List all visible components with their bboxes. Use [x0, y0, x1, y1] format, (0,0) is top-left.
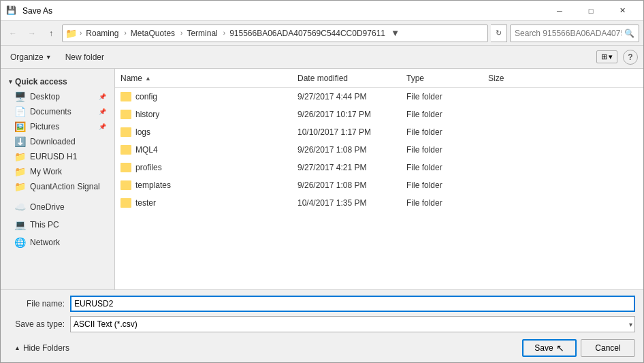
cancel-label: Cancel [595, 343, 620, 353]
sidebar-item-onedrive[interactable]: ☁️ OneDrive [1, 200, 114, 215]
mywork-folder-icon: 📁 [14, 166, 26, 177]
sidebar-item-label-quantaction: QuantAction Signal [30, 182, 100, 191]
thispc-icon: 💻 [14, 219, 26, 230]
folder-icon-logs [120, 127, 131, 137]
table-row[interactable]: templates 9/26/2017 1:08 PM File folder [115, 176, 643, 194]
sidebar-item-mywork[interactable]: 📁 My Work [1, 164, 114, 179]
address-segment-metaquotes: › MetaQuotes [124, 28, 178, 39]
sidebar-item-thispc[interactable]: 💻 This PC [1, 217, 114, 232]
column-size-label: Size [488, 74, 504, 83]
sidebar-item-documents[interactable]: 📄 Documents 📌 [1, 104, 114, 119]
chevron-up-icon: ▲ [14, 345, 20, 351]
sidebar-item-label-mywork: My Work [30, 167, 62, 176]
refresh-button[interactable]: ↻ [491, 25, 507, 42]
file-label-mql4: MQL4 [135, 145, 158, 155]
file-label-templates: templates [135, 180, 171, 190]
help-button[interactable]: ? [623, 50, 638, 65]
quick-access-section[interactable]: ▾ Quick access [1, 72, 114, 89]
quantaction-folder-icon: 📁 [14, 181, 26, 192]
table-row[interactable]: profiles 9/27/2017 4:21 PM File folder [115, 159, 643, 176]
title-bar: 💾 Save As ─ □ ✕ [1, 1, 643, 21]
sidebar-item-eurusd[interactable]: 📁 EURUSD H1 [1, 149, 114, 164]
file-name-mql4: MQL4 [120, 145, 297, 155]
file-date-history: 9/26/2017 10:17 PM [297, 110, 406, 119]
address-dropdown-button[interactable]: ▼ [391, 28, 400, 38]
table-row[interactable]: config 9/27/2017 4:44 PM File folder [115, 88, 643, 106]
new-folder-button[interactable]: New folder [61, 50, 108, 64]
file-label-config: config [135, 92, 157, 101]
search-input[interactable] [515, 29, 622, 38]
column-name[interactable]: Name ▲ [120, 74, 297, 83]
sidebar-item-quantaction[interactable]: 📁 QuantAction Signal [1, 179, 114, 194]
column-type[interactable]: Type [406, 74, 488, 83]
column-type-label: Type [406, 74, 424, 83]
pictures-icon: 🖼️ [14, 121, 26, 132]
secondary-toolbar: Organize ▼ New folder ⊞ ▾ ? [1, 46, 643, 69]
sidebar-item-label-eurusd: EURUSD H1 [30, 152, 77, 161]
folder-icon-mql4 [120, 145, 131, 155]
network-icon: 🌐 [14, 237, 26, 248]
sidebar-item-label-downloaded: Downloaded [30, 137, 76, 146]
sidebar-item-desktop[interactable]: 🖥️ Desktop 📌 [1, 89, 114, 104]
address-segment-roaming: › Roaming [80, 28, 121, 39]
address-terminal[interactable]: Terminal [184, 28, 220, 39]
file-name-logs: logs [120, 127, 297, 137]
organize-chevron-icon: ▼ [46, 54, 52, 61]
sidebar-item-label-thispc: This PC [30, 220, 59, 230]
close-button[interactable]: ✕ [607, 1, 638, 21]
file-name-tester: tester [120, 198, 297, 208]
maximize-button[interactable]: □ [575, 1, 607, 21]
sidebar-item-network[interactable]: 🌐 Network [1, 235, 114, 250]
address-bar[interactable]: 📁 › Roaming › MetaQuotes › Terminal › 91… [62, 25, 488, 42]
table-row[interactable]: history 9/26/2017 10:17 PM File folder [115, 106, 643, 123]
file-label-logs: logs [135, 127, 150, 137]
view-button[interactable]: ⊞ ▾ [596, 50, 617, 63]
network-section: 🌐 Network [1, 235, 114, 250]
column-name-label: Name [120, 74, 142, 83]
save-button[interactable]: Save ↖ [522, 339, 577, 357]
column-size[interactable]: Size [488, 74, 638, 83]
folder-icon-templates [120, 180, 131, 190]
view-arrow-icon: ▾ [609, 52, 613, 61]
view-icon: ⊞ [601, 52, 607, 61]
hide-folders-toggle[interactable]: ▲ Hide Folders [9, 341, 75, 353]
window-icon: 💾 [6, 5, 17, 16]
forward-button[interactable]: → [24, 25, 40, 42]
savetype-select[interactable]: ASCII Text (*.csv) CSV (*.csv) Text (*.t… [70, 316, 635, 332]
file-type-profiles: File folder [406, 163, 488, 172]
cancel-button[interactable]: Cancel [581, 339, 635, 357]
main-content: ▾ Quick access 🖥️ Desktop 📌 📄 Documents … [1, 69, 643, 289]
file-type-history: File folder [406, 110, 488, 119]
sidebar-item-downloaded[interactable]: ⬇️ Downloaded [1, 134, 114, 149]
file-name-history: history [120, 110, 297, 119]
organize-button[interactable]: Organize ▼ [6, 50, 56, 64]
filename-input[interactable] [70, 296, 635, 312]
table-row[interactable]: MQL4 9/26/2017 1:08 PM File folder [115, 141, 643, 159]
sidebar-item-pictures[interactable]: 🖼️ Pictures 📌 [1, 119, 114, 134]
file-list: config 9/27/2017 4:44 PM File folder his… [115, 88, 643, 289]
search-box[interactable]: 🔍 [510, 25, 639, 42]
file-name-profiles: profiles [120, 163, 297, 172]
minimize-button[interactable]: ─ [544, 1, 575, 21]
folder-icon-history [120, 110, 131, 119]
table-row[interactable]: tester 10/4/2017 1:35 PM File folder [115, 194, 643, 212]
up-button[interactable]: ↑ [43, 25, 59, 42]
address-id[interactable]: 915566BA06ADA407569C544CC0D97611 [227, 28, 388, 39]
address-metaquotes[interactable]: MetaQuotes [128, 28, 178, 39]
address-roaming[interactable]: Roaming [83, 28, 121, 39]
desktop-icon: 🖥️ [14, 91, 26, 102]
file-label-profiles: profiles [135, 163, 162, 172]
table-row[interactable]: logs 10/10/2017 1:17 PM File folder [115, 123, 643, 141]
file-type-templates: File folder [406, 180, 488, 190]
sidebar-item-label-pictures: Pictures [30, 122, 59, 131]
pin-icon-pics: 📌 [99, 123, 106, 130]
save-as-dialog: 💾 Save As ─ □ ✕ ← → ↑ 📁 › Roaming › Meta… [0, 0, 644, 363]
folder-icon-tester [120, 198, 131, 208]
back-button[interactable]: ← [5, 25, 21, 42]
hide-folders-label: Hide Folders [23, 343, 69, 353]
action-buttons: Save ↖ Cancel [522, 339, 635, 357]
file-type-config: File folder [406, 92, 488, 101]
column-date-modified[interactable]: Date modified [297, 74, 406, 83]
title-controls: ─ □ ✕ [544, 1, 638, 21]
savetype-select-wrapper: ASCII Text (*.csv) CSV (*.csv) Text (*.t… [70, 316, 635, 332]
